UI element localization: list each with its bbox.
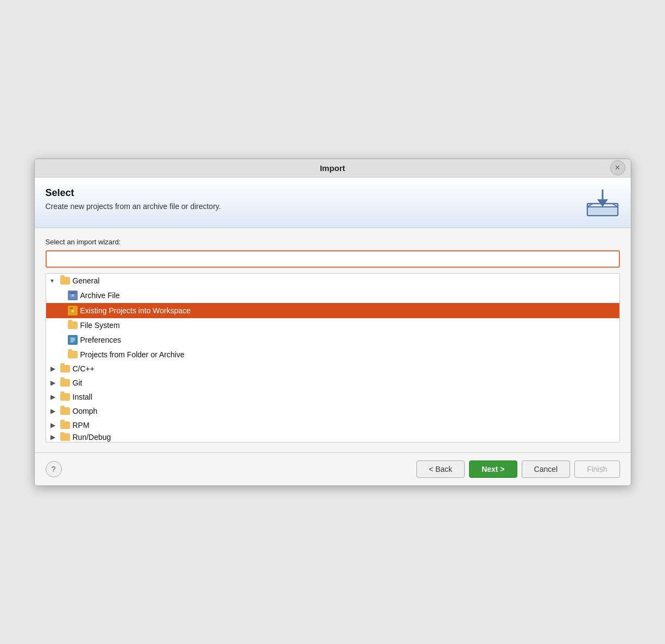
page-description: Create new projects from an archive file… xyxy=(46,202,221,211)
wizard-label: Select an import wizard: xyxy=(46,238,620,246)
folder-icon-git xyxy=(60,379,70,387)
toggle-rpm: ▶ xyxy=(50,421,58,429)
dialog-title: Import xyxy=(320,163,345,173)
header-section: Select Create new projects from an archi… xyxy=(35,178,631,228)
existing-projects-icon xyxy=(68,306,78,315)
toggle-install: ▶ xyxy=(50,393,58,401)
tree-item-existing-projects[interactable]: Existing Projects into Workspace xyxy=(46,303,619,318)
folder-icon-install xyxy=(60,393,70,401)
existing-projects-label: Existing Projects into Workspace xyxy=(80,306,191,315)
folder-icon-file-system xyxy=(68,321,78,329)
tree-item-install[interactable]: ▶ Install xyxy=(46,390,619,404)
toggle-oomph: ▶ xyxy=(50,407,58,415)
git-label: Git xyxy=(73,378,83,387)
svg-point-12 xyxy=(72,310,74,312)
toggle-git: ▶ xyxy=(50,379,58,387)
tree-container: ▾ General Archive File Existing Projects… xyxy=(46,273,620,443)
finish-button[interactable]: Finish xyxy=(574,460,619,478)
back-button[interactable]: < Back xyxy=(416,460,465,478)
folder-icon-rpm xyxy=(60,421,70,429)
folder-icon-cpp xyxy=(60,365,70,372)
tree-item-general-label: General xyxy=(73,276,100,285)
preferences-icon xyxy=(68,335,78,345)
toggle-run-debug: ▶ xyxy=(50,433,58,441)
close-button[interactable]: × xyxy=(610,160,625,175)
tree-item-cpp[interactable]: ▶ C/C++ xyxy=(46,362,619,376)
svg-rect-1 xyxy=(587,207,618,216)
tree-item-projects-folder[interactable]: Projects from Folder or Archive xyxy=(46,348,619,362)
header-icon xyxy=(585,187,620,218)
toggle-cpp: ▶ xyxy=(50,365,58,372)
tree-item-git[interactable]: ▶ Git xyxy=(46,376,619,390)
preferences-label: Preferences xyxy=(80,336,121,344)
toggle-general: ▾ xyxy=(50,277,58,285)
tree-item-file-system[interactable]: File System xyxy=(46,318,619,332)
projects-folder-label: Projects from Folder or Archive xyxy=(80,350,185,359)
rpm-label: RPM xyxy=(73,421,90,430)
tree-item-run-debug[interactable]: ▶ Run/Debug xyxy=(46,432,619,442)
page-title: Select xyxy=(46,187,221,199)
run-debug-label: Run/Debug xyxy=(73,433,111,441)
footer-buttons: < Back Next > Cancel Finish xyxy=(416,460,620,478)
tree-item-preferences[interactable]: Preferences xyxy=(46,332,619,348)
footer-section: ? < Back Next > Cancel Finish xyxy=(35,452,631,485)
oomph-label: Oomph xyxy=(73,407,98,415)
archive-file-icon xyxy=(68,291,78,300)
install-label: Install xyxy=(73,393,93,401)
folder-icon-run-debug xyxy=(60,433,70,441)
tree-item-oomph[interactable]: ▶ Oomph xyxy=(46,404,619,418)
next-button[interactable]: Next > xyxy=(469,460,517,478)
file-system-label: File System xyxy=(80,321,120,330)
header-text: Select Create new projects from an archi… xyxy=(46,187,221,211)
title-bar: Import × xyxy=(35,159,631,178)
help-button[interactable]: ? xyxy=(46,461,62,477)
import-graphic-icon xyxy=(585,187,620,218)
tree-item-rpm[interactable]: ▶ RPM xyxy=(46,418,619,432)
search-input[interactable] xyxy=(46,250,620,268)
tree-item-general[interactable]: ▾ General xyxy=(46,274,619,288)
body-section: Select an import wizard: ▾ General Archi… xyxy=(35,228,631,452)
svg-rect-11 xyxy=(69,307,73,309)
import-dialog: Import × Select Create new projects from… xyxy=(34,159,631,486)
cpp-label: C/C++ xyxy=(73,364,94,373)
folder-icon-oomph xyxy=(60,407,70,415)
cancel-button[interactable]: Cancel xyxy=(522,460,571,478)
tree-item-archive-file[interactable]: Archive File xyxy=(46,288,619,303)
svg-rect-7 xyxy=(69,292,76,294)
archive-file-label: Archive File xyxy=(80,291,120,300)
folder-icon-general xyxy=(60,277,70,285)
folder-icon-projects-archive xyxy=(68,351,78,358)
